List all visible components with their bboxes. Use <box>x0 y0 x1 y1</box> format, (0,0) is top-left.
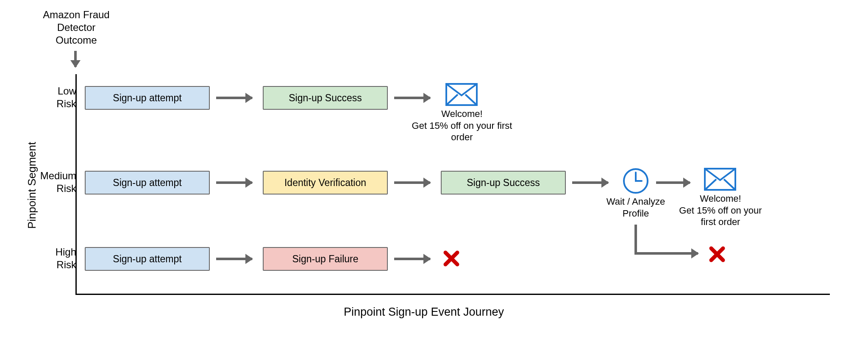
segment-medium: MediumRisk <box>34 170 76 195</box>
arrow-med-3 <box>572 181 608 184</box>
text: Sign-up Failure <box>292 253 359 265</box>
arrow-low-2 <box>394 97 430 99</box>
wait-profile-text: Wait / AnalyzeProfile <box>598 196 674 219</box>
welcome-text-low: Welcome!Get 15% off on your firstorder <box>407 108 517 143</box>
x-axis-label: Pinpoint Sign-up Event Journey <box>314 305 534 320</box>
arrow-med-1 <box>216 181 252 184</box>
text: Sign-up Success <box>289 92 362 104</box>
welcome-text-med: Welcome!Get 15% off on yourfirst order <box>668 193 773 228</box>
clock-icon <box>622 167 649 195</box>
branch-down <box>634 225 637 254</box>
arrow-high-2 <box>394 258 430 260</box>
arrow-med-2 <box>394 181 430 184</box>
header-label: Amazon FraudDetectorOutcome <box>34 8 119 47</box>
arrow-high-1 <box>216 258 252 260</box>
box-signup-success-med: Sign-up Success <box>441 171 566 195</box>
text: Sign-up attempt <box>113 92 181 104</box>
text: Sign-up attempt <box>113 177 181 189</box>
mail-icon <box>445 83 478 106</box>
branch-right <box>634 252 698 255</box>
text: Identity Verification <box>284 177 366 189</box>
arrow-low-1 <box>216 97 252 99</box>
box-identity-verification: Identity Verification <box>263 171 388 195</box>
box-signup-success-low: Sign-up Success <box>263 86 388 110</box>
segment-high: HighRisk <box>47 246 76 271</box>
box-signup-attempt-high: Sign-up attempt <box>85 247 210 271</box>
mail-icon-med <box>704 167 737 191</box>
diagram-canvas: Amazon FraudDetectorOutcome Pinpoint Seg… <box>0 0 868 339</box>
box-signup-attempt-low: Sign-up attempt <box>85 86 210 110</box>
text: Sign-up Success <box>467 177 540 189</box>
text: Sign-up attempt <box>113 253 181 265</box>
box-signup-failure: Sign-up Failure <box>263 247 388 271</box>
x-icon-high <box>443 250 460 267</box>
segment-low: LowRisk <box>47 85 76 110</box>
x-axis <box>75 294 830 295</box>
arrow-med-4 <box>656 181 690 184</box>
x-icon-branch <box>709 246 726 263</box>
header-arrow <box>74 51 77 67</box>
box-signup-attempt-med: Sign-up attempt <box>85 171 210 195</box>
